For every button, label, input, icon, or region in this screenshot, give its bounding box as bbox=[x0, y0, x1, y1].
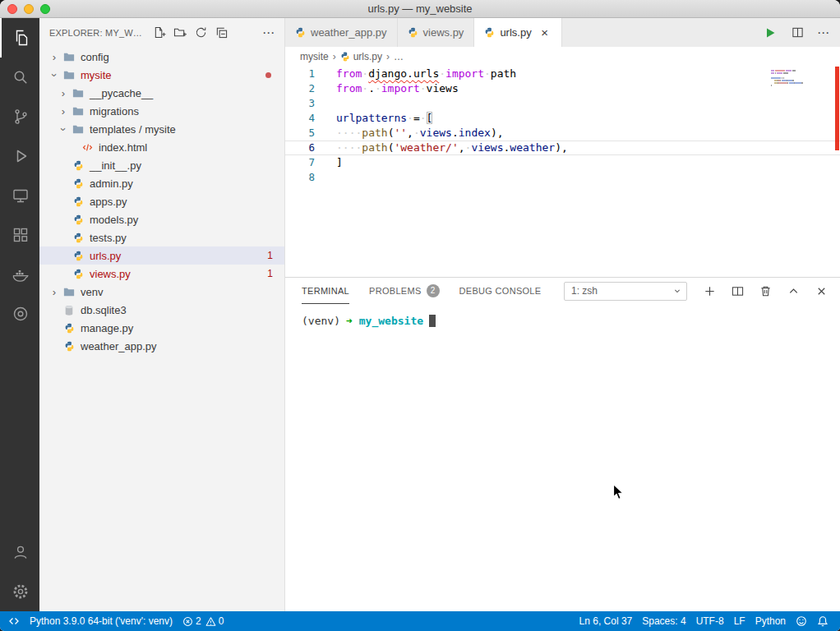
breadcrumb-more-label: … bbox=[394, 51, 404, 62]
chevron-expanded-icon[interactable]: › bbox=[48, 68, 61, 81]
tree-item-index-html[interactable]: index.html bbox=[39, 138, 284, 156]
tree-item-views-py[interactable]: views.py1 bbox=[39, 265, 284, 283]
tree-item-apps-py[interactable]: apps.py bbox=[39, 192, 284, 210]
notifications-button[interactable] bbox=[812, 611, 833, 631]
close-panel-button[interactable] bbox=[814, 283, 828, 298]
code-editor[interactable]: 1from·django.urls·import·path2from·.·imp… bbox=[285, 67, 840, 277]
encoding[interactable]: UTF-8 bbox=[691, 611, 729, 631]
panel-header: TERMINAL PROBLEMS2 DEBUG CONSOLE 1: zsh bbox=[285, 278, 840, 304]
editor-tab-urls-py[interactable]: urls.py× bbox=[474, 18, 561, 47]
activity-bar-explorer[interactable] bbox=[0, 18, 39, 58]
tree-item-venv[interactable]: ›venv bbox=[39, 283, 284, 301]
tabs-container: weather_app.pyviews.pyurls.py× bbox=[285, 18, 562, 47]
activity-bar-source-control[interactable] bbox=[0, 97, 39, 136]
new-file-button[interactable] bbox=[152, 25, 167, 40]
explorer-header: EXPLORER: MY_W… ⋯ bbox=[39, 18, 284, 47]
activity-bar-extensions[interactable] bbox=[0, 215, 39, 255]
tree-item-label: migrations bbox=[90, 105, 139, 117]
new-folder-button[interactable] bbox=[173, 25, 187, 40]
maximize-panel-button[interactable] bbox=[786, 283, 801, 298]
new-terminal-button[interactable] bbox=[702, 283, 717, 298]
terminal-cursor bbox=[429, 315, 436, 327]
indentation-label: Spaces: 4 bbox=[642, 615, 685, 627]
terminal-content[interactable]: (venv)➜my_website bbox=[285, 304, 840, 611]
line-number: 7 bbox=[285, 155, 315, 170]
folder-icon bbox=[61, 287, 77, 297]
tree-item-tests-py[interactable]: tests.py bbox=[39, 228, 284, 246]
explorer-actions bbox=[152, 25, 228, 40]
breadcrumb-symbol[interactable]: … bbox=[394, 51, 404, 62]
activity-bar-account[interactable] bbox=[0, 532, 39, 572]
chevron-collapsed-icon[interactable]: › bbox=[57, 87, 70, 99]
tab-label: weather_app.py bbox=[311, 26, 387, 39]
problems-summary[interactable]: 2 0 bbox=[178, 611, 228, 631]
close-icon bbox=[815, 285, 828, 297]
tab-label: views.py bbox=[423, 26, 464, 39]
tree-item-config[interactable]: ›config bbox=[39, 48, 284, 66]
activity-bar-gear-circle[interactable] bbox=[0, 294, 39, 334]
refresh-icon[interactable] bbox=[193, 25, 208, 40]
chevron-expanded-icon[interactable]: › bbox=[58, 122, 70, 136]
activity-bar-remote-explorer[interactable] bbox=[0, 176, 39, 215]
code-line-6: 6····path('weather/',·views.weather), bbox=[285, 140, 840, 155]
activity-bar-run-and-debug[interactable] bbox=[0, 136, 39, 176]
tree-item-mysite[interactable]: ›mysite bbox=[39, 66, 284, 84]
code-text: ····path('',·views.index), bbox=[315, 126, 504, 140]
chevron-collapsed-icon[interactable]: › bbox=[57, 105, 70, 117]
tree-item-pycache[interactable]: ›__pycache__ bbox=[39, 84, 284, 102]
explorer-more-actions-icon[interactable]: ⋯ bbox=[262, 25, 275, 40]
run-python-file-button[interactable] bbox=[763, 25, 778, 40]
chevron-collapsed-icon[interactable]: › bbox=[48, 51, 61, 63]
tree-item-init-py[interactable]: __init__.py bbox=[39, 156, 284, 174]
split-terminal-button[interactable] bbox=[730, 283, 745, 298]
encoding-label: UTF-8 bbox=[696, 615, 724, 627]
feedback-button[interactable] bbox=[791, 611, 812, 631]
refresh-explorer-icon bbox=[195, 26, 207, 39]
breadcrumb-folder[interactable]: mysite bbox=[300, 51, 329, 62]
close-tab-icon[interactable]: × bbox=[538, 25, 552, 39]
tree-item-migrations[interactable]: ›migrations bbox=[39, 102, 284, 120]
tree-item-templates-mysite[interactable]: ›templates / mysite bbox=[39, 120, 284, 138]
editor-tab-views-py[interactable]: views.py bbox=[398, 18, 475, 47]
tree-item-db-sqlite3[interactable]: db.sqlite3 bbox=[39, 301, 284, 319]
activity-bar-search[interactable] bbox=[0, 58, 39, 97]
editor-tab-weather-app-py[interactable]: weather_app.py bbox=[285, 18, 398, 47]
chevron-collapsed-icon[interactable]: › bbox=[48, 286, 61, 298]
panel-tab-problems[interactable]: PROBLEMS2 bbox=[369, 278, 440, 304]
line-number: 3 bbox=[285, 96, 315, 111]
tree-item-urls-py[interactable]: urls.py1 bbox=[39, 246, 284, 265]
tree-item-manage-py[interactable]: manage.py bbox=[39, 319, 284, 337]
split-terminal-icon bbox=[732, 285, 744, 297]
panel-tab-debug-console[interactable]: DEBUG CONSOLE bbox=[459, 278, 542, 304]
minimap[interactable] bbox=[771, 70, 830, 90]
eol-selector[interactable]: LF bbox=[729, 611, 750, 631]
breadcrumb-file[interactable]: urls.py bbox=[340, 51, 382, 62]
python-icon bbox=[70, 196, 86, 207]
kill-terminal-button[interactable] bbox=[758, 283, 773, 298]
editor-more-actions-icon[interactable]: ⋯ bbox=[817, 25, 829, 40]
remote-indicator[interactable] bbox=[3, 611, 25, 631]
indentation[interactable]: Spaces: 4 bbox=[637, 611, 690, 631]
cursor-position[interactable]: Ln 6, Col 37 bbox=[575, 611, 638, 631]
line-number: 1 bbox=[285, 67, 315, 81]
python-icon bbox=[70, 251, 86, 261]
code-line-2: 2from·.·import·views bbox=[285, 81, 840, 96]
minimize-window-button[interactable] bbox=[24, 4, 34, 14]
panel-tab-terminal[interactable]: TERMINAL bbox=[302, 278, 349, 304]
tree-item-weather-app-py[interactable]: weather_app.py bbox=[39, 337, 284, 355]
collapse-all-button[interactable] bbox=[214, 25, 228, 40]
activity-bar-docker[interactable] bbox=[0, 255, 39, 294]
zoom-window-button[interactable] bbox=[40, 4, 50, 14]
tree-item-label: views.py bbox=[90, 268, 131, 280]
split-editor-button[interactable] bbox=[790, 25, 805, 40]
account-icon bbox=[11, 542, 30, 562]
tree-item-models-py[interactable]: models.py bbox=[39, 210, 284, 228]
python-interpreter[interactable]: Python 3.9.0 64-bit ('venv': venv) bbox=[25, 611, 178, 631]
tree-item-label: config bbox=[81, 51, 109, 63]
close-window-button[interactable] bbox=[7, 4, 17, 14]
tree-item-admin-py[interactable]: admin.py bbox=[39, 174, 284, 192]
activity-bar-settings[interactable] bbox=[0, 572, 39, 611]
explorer-title: EXPLORER: MY_W… bbox=[49, 28, 142, 38]
terminal-picker-dropdown[interactable]: 1: zsh bbox=[564, 282, 687, 301]
language-mode[interactable]: Python bbox=[750, 611, 791, 631]
